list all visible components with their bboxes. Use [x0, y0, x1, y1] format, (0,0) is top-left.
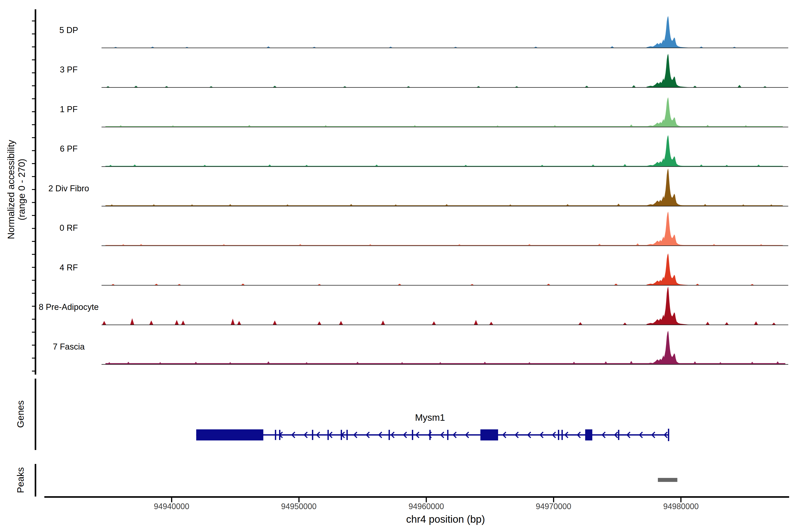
gene-model: [196, 429, 669, 441]
track-label-6-pf: 6 PF: [13, 143, 124, 154]
track-label-7-fascia: 7 Fascia: [13, 341, 124, 353]
coverage-track-8-pre-adipocyte: [101, 287, 788, 325]
coverage-track-2-div-fibro: [101, 169, 788, 206]
track-label-5-dp: 5 DP: [13, 24, 124, 36]
x-axis-title: chr4 position (bp): [379, 513, 512, 525]
x-tick-label-94970000: 94970000: [509, 501, 598, 512]
x-tick-label-94980000: 94980000: [636, 501, 725, 512]
genome-coverage-figure: Normalized accessibility (range 0 - 270)…: [0, 0, 798, 532]
coverage-track-7-fascia: [101, 331, 788, 364]
coverage-track-0-rf: [101, 212, 788, 246]
peaks-section-label: Peaks: [15, 392, 26, 532]
coverage-track-6-pf: [101, 135, 788, 167]
track-label-4-rf: 4 RF: [13, 262, 124, 273]
track-label-3-pf: 3 PF: [13, 64, 124, 75]
x-tick-label-94950000: 94950000: [254, 501, 343, 512]
x-tick-label-94960000: 94960000: [382, 501, 471, 512]
coverage-track-5-dp: [101, 16, 788, 48]
gene-name-label: Mysm1: [386, 412, 474, 423]
peaks-track: [658, 478, 678, 482]
track-label-0-rf: 0 RF: [13, 222, 124, 234]
coverage-track-1-pf: [101, 97, 788, 127]
coverage-track-4-rf: [101, 253, 788, 285]
coverage-track-3-pf: [101, 54, 788, 88]
track-label-2-div-fibro: 2 Div Fibro: [13, 183, 124, 194]
track-label-1-pf: 1 PF: [13, 103, 124, 115]
track-label-8-pre-adipocyte: 8 Pre-Adipocyte: [13, 301, 124, 313]
x-tick-label-94940000: 94940000: [127, 501, 216, 512]
